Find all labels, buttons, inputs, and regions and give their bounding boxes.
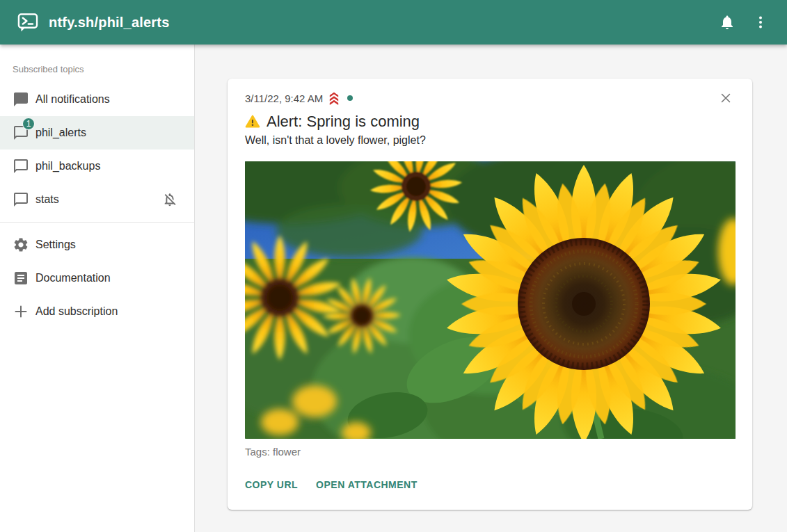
notification-title: Alert: Spring is coming bbox=[267, 112, 420, 131]
sidebar-item-label: phil_backups bbox=[35, 160, 100, 172]
article-icon bbox=[13, 270, 29, 287]
priority-high-icon bbox=[327, 91, 341, 105]
sidebar-item-documentation[interactable]: Documentation bbox=[0, 261, 194, 295]
content-row: Subscribed topics All notifications 1 ph… bbox=[0, 45, 787, 532]
sidebar-item-add-subscription[interactable]: Add subscription bbox=[0, 295, 194, 328]
bell-icon bbox=[719, 14, 736, 31]
more-vert-icon bbox=[752, 14, 769, 31]
main-content: 3/11/22, 9:42 AM bbox=[195, 45, 787, 532]
notification-timestamp: 3/11/22, 9:42 AM bbox=[245, 92, 323, 104]
sidebar-divider bbox=[0, 222, 194, 223]
sidebar-item-all-notifications[interactable]: All notifications bbox=[0, 83, 194, 116]
overflow-menu-button[interactable] bbox=[744, 6, 777, 39]
sidebar: Subscribed topics All notifications 1 ph… bbox=[0, 45, 195, 532]
notification-body: Well, isn't that a lovely flower, piglet… bbox=[245, 134, 736, 147]
sidebar-item-settings[interactable]: Settings bbox=[0, 228, 194, 261]
copy-url-button[interactable]: COPY URL bbox=[245, 475, 298, 494]
app-title: ntfy.sh/phil_alerts bbox=[49, 15, 169, 31]
notification-tags: Tags: flower bbox=[245, 446, 736, 458]
sidebar-item-phil-alerts[interactable]: 1 phil_alerts bbox=[0, 116, 194, 150]
sidebar-item-stats[interactable]: stats bbox=[0, 183, 194, 216]
chat-bubble-outline-icon: 1 bbox=[13, 124, 29, 141]
subscribed-topics-label: Subscribed topics bbox=[0, 54, 194, 83]
close-icon bbox=[718, 90, 733, 106]
notifications-off-icon bbox=[162, 192, 177, 207]
notification-title-row: Alert: Spring is coming bbox=[245, 112, 736, 131]
warning-emoji-icon bbox=[245, 114, 260, 129]
unread-count-badge: 1 bbox=[22, 118, 35, 130]
sidebar-item-label: Add subscription bbox=[35, 305, 118, 318]
notification-meta-row: 3/11/22, 9:42 AM bbox=[245, 90, 736, 106]
attachment-image[interactable] bbox=[245, 161, 736, 439]
sidebar-item-label: stats bbox=[35, 193, 59, 206]
sidebar-item-label: All notifications bbox=[35, 93, 110, 106]
close-notification-button[interactable] bbox=[716, 88, 736, 108]
chat-bubble-outline-icon bbox=[13, 191, 29, 208]
sidebar-item-phil-backups[interactable]: phil_backups bbox=[0, 150, 194, 183]
notifications-bell-button[interactable] bbox=[710, 6, 744, 39]
chat-bubble-filled-icon bbox=[13, 91, 29, 108]
app-bar: ntfy.sh/phil_alerts bbox=[0, 0, 787, 45]
unread-dot bbox=[347, 95, 353, 101]
card-actions: COPY URL OPEN ATTACHMENT bbox=[245, 475, 736, 494]
ntfy-logo-icon bbox=[17, 11, 39, 33]
sidebar-item-label: Documentation bbox=[35, 272, 111, 284]
chat-bubble-outline-icon bbox=[13, 158, 29, 175]
sidebar-item-label: Settings bbox=[35, 239, 76, 251]
open-attachment-button[interactable]: OPEN ATTACHMENT bbox=[316, 475, 418, 494]
sidebar-item-label: phil_alerts bbox=[35, 127, 86, 139]
sunflower-photo bbox=[245, 161, 736, 439]
gear-icon bbox=[13, 236, 29, 253]
plus-icon bbox=[13, 303, 29, 320]
ntfy-app: ntfy.sh/phil_alerts Subscribed topics bbox=[0, 0, 787, 532]
notification-card: 3/11/22, 9:42 AM bbox=[228, 79, 752, 510]
